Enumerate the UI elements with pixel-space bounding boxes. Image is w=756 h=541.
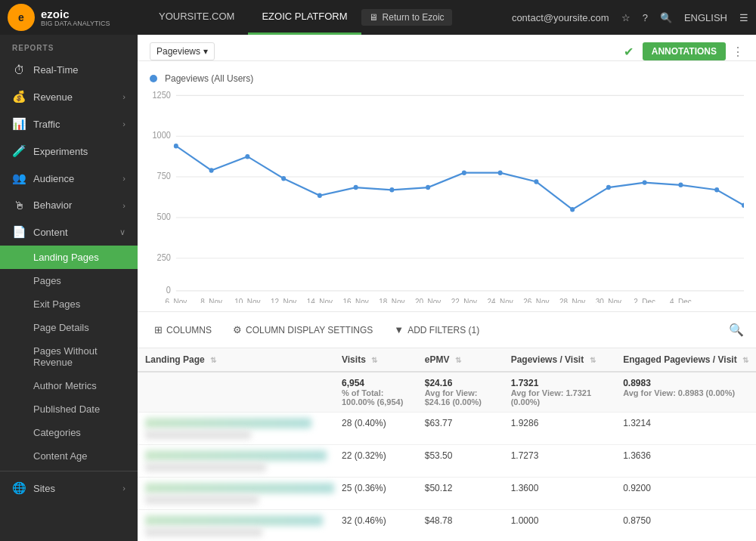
row-4-pageviews: 1.0000 [503,510,615,542]
logo-text: ezoic BIG DATA ANALYTICS [41,8,110,27]
filter-icon: ▼ [394,324,404,335]
row-2-page [138,445,334,478]
chevron-right-icon: › [122,92,125,101]
svg-text:6. Nov: 6. Nov [165,298,187,303]
logo-icon: e [8,4,35,31]
search-icon[interactable]: 🔍 [660,12,672,23]
chevron-right-icon: › [122,174,125,183]
svg-point-21 [498,170,503,175]
svg-point-25 [643,180,647,184]
chart-container: Pageviews (All Users) 1250 1000 750 500 … [138,61,756,312]
bookmark-icon[interactable]: ☆ [621,12,631,23]
sort-icon: ⇅ [590,356,596,364]
sidebar-item-experiments[interactable]: 🧪 Experiments [0,138,138,165]
row-2-epmv: $53.50 [417,445,503,478]
tab-ezoic-platform[interactable]: EZOIC PLATFORM [248,0,361,35]
svg-point-18 [389,187,394,192]
svg-point-12 [174,144,178,148]
chevron-right-icon: › [122,201,125,210]
col-header-engaged-pageviews[interactable]: Engaged Pageviews / Visit ⇅ [615,348,756,372]
svg-point-24 [606,185,611,190]
content-area: Pageviews ▾ ✔ ANNOTATIONS ⋮ Pageviews (A… [138,35,756,541]
col-header-pageviews-per-visit[interactable]: Pageviews / Visit ⇅ [503,348,615,372]
sidebar: REPORTS ⏱ Real-Time 💰 Revenue › 📊 Traffi… [0,35,138,541]
svg-point-20 [462,170,466,175]
sidebar-item-exit-pages[interactable]: Exit Pages [0,292,138,316]
help-icon[interactable]: ? [643,12,648,23]
nav-right: contact@yoursite.com ☆ ? 🔍 ENGLISH ☰ [512,12,748,23]
sidebar-item-pages[interactable]: Pages [0,269,138,292]
svg-text:1250: 1250 [153,91,171,100]
svg-text:10. Nov: 10. Nov [234,298,261,303]
row-3-epmv: $50.12 [417,478,503,510]
experiments-icon: 🧪 [12,144,26,158]
svg-text:8. Nov: 8. Nov [200,298,223,303]
sidebar-item-landing-pages[interactable]: Landing Pages [0,246,138,269]
annotations-checkbox[interactable]: ✔ [624,45,634,59]
sidebar-item-content[interactable]: 📄 Content ∨ [0,218,138,246]
sidebar-item-sites[interactable]: 🌐 Sites › [0,475,138,502]
return-to-ezoic-button[interactable]: 🖥 Return to Ezoic [361,9,452,26]
sort-icon: ⇅ [455,356,461,364]
logo-area: e ezoic BIG DATA ANALYTICS [8,4,145,31]
col-header-epmv[interactable]: ePMV ⇅ [417,348,503,372]
main-layout: REPORTS ⏱ Real-Time 💰 Revenue › 📊 Traffi… [0,35,756,541]
row-4-page [138,510,334,542]
chevron-down-icon: ▾ [203,46,208,57]
svg-text:0: 0 [166,286,171,295]
svg-point-17 [354,185,358,190]
svg-text:26. Nov: 26. Nov [523,298,550,303]
chart-header: Pageviews (All Users) [150,73,744,84]
sidebar-item-categories[interactable]: Categories [0,421,138,444]
columns-button[interactable]: ⊞ COLUMNS [150,321,216,339]
realtime-icon: ⏱ [12,63,26,76]
row-3-visits: 25 (0.36%) [334,478,417,510]
col-header-landing-page[interactable]: Landing Page ⇅ [138,348,334,372]
add-filters-button[interactable]: ▼ ADD FILTERS (1) [389,321,484,339]
sidebar-item-revenue[interactable]: 💰 Revenue › [0,83,138,110]
tab-yoursite[interactable]: YOURSITE.COM [145,0,248,35]
table-row: 25 (0.36%) $50.12 1.3600 0.9200 [138,478,756,510]
svg-point-13 [209,168,214,172]
column-display-settings-button[interactable]: ⚙ COLUMN DISPLAY SETTINGS [228,321,377,339]
table-toolbar: ⊞ COLUMNS ⚙ COLUMN DISPLAY SETTINGS ▼ AD… [138,312,756,348]
svg-text:22. Nov: 22. Nov [451,298,478,303]
sidebar-item-traffic[interactable]: 📊 Traffic › [0,110,138,138]
sort-icon: ⇅ [742,356,748,364]
svg-point-26 [678,183,683,187]
row-1-page [138,413,334,445]
sidebar-item-author-metrics[interactable]: Author Metrics [0,374,138,397]
svg-text:2. Dec: 2. Dec [634,298,655,303]
summary-engaged-pageviews: 0.8983 Avg for View: 0.8983 (0.00%) [615,372,756,413]
sidebar-item-page-details[interactable]: Page Details [0,316,138,339]
svg-point-27 [714,187,719,192]
sidebar-item-pages-without-revenue[interactable]: Pages Without Revenue [0,339,138,374]
svg-text:750: 750 [157,172,171,181]
traffic-icon: 📊 [12,117,26,131]
row-4-visits: 32 (0.46%) [334,510,417,542]
menu-icon[interactable]: ☰ [739,12,748,23]
chart-options-icon[interactable]: ⋮ [732,45,744,59]
sidebar-item-audience[interactable]: 👥 Audience › [0,165,138,192]
annotations-button[interactable]: ANNOTATIONS [643,42,726,60]
row-2-pageviews: 1.7273 [503,445,615,478]
revenue-icon: 💰 [12,90,26,104]
pageviews-selector[interactable]: Pageviews ▾ [150,42,215,60]
contact-email: contact@yoursite.com [512,12,609,23]
svg-point-19 [426,185,430,190]
language-selector[interactable]: ENGLISH [684,12,727,23]
col-header-visits[interactable]: Visits ⇅ [334,348,417,372]
svg-text:500: 500 [157,212,171,221]
sidebar-item-realtime[interactable]: ⏱ Real-Time [0,57,138,83]
table-row: 22 (0.32%) $53.50 1.7273 1.3636 [138,445,756,478]
sidebar-item-published-date[interactable]: Published Date [0,397,138,421]
row-3-page [138,478,334,510]
row-1-visits: 28 (0.40%) [334,413,417,445]
svg-text:14. Nov: 14. Nov [307,298,333,303]
table-row: 32 (0.46%) $48.78 1.0000 0.8750 [138,510,756,542]
chevron-down-icon: ∨ [119,227,125,237]
sidebar-item-content-age[interactable]: Content Age [0,444,138,468]
search-button[interactable]: 🔍 [729,323,744,337]
chevron-right-icon: › [122,119,125,128]
sidebar-item-behavior[interactable]: 🖱 Behavior › [0,192,138,218]
